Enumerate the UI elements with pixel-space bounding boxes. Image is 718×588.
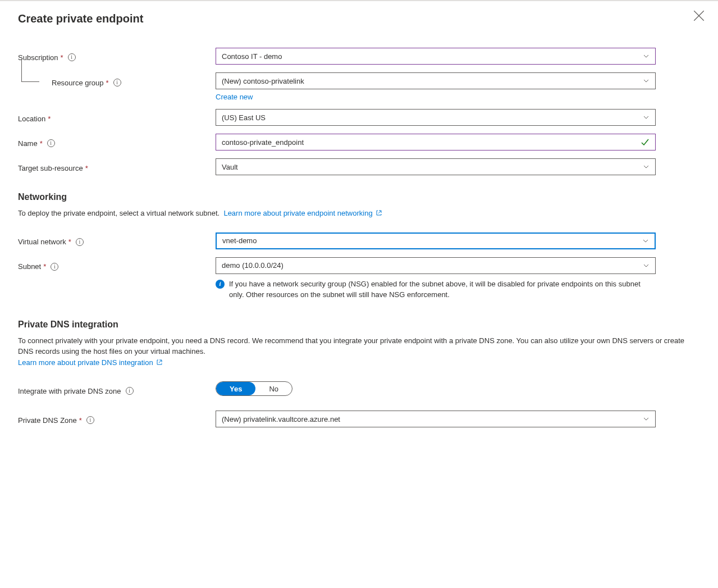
subscription-label: Subscription * i — [18, 48, 216, 65]
subnet-select[interactable]: demo (10.0.0.0/24) — [216, 257, 656, 274]
close-icon — [693, 10, 705, 21]
info-icon[interactable]: i — [126, 387, 134, 395]
page-title: Create private endpoint — [18, 12, 700, 25]
dns-desc: To connect privately with your private e… — [18, 335, 700, 368]
chevron-down-icon — [643, 53, 650, 60]
chevron-down-icon — [643, 262, 650, 269]
subnet-label: Subnet * i — [18, 257, 216, 274]
networking-heading: Networking — [18, 192, 700, 202]
virtual-network-select[interactable]: vnet-demo — [216, 233, 656, 249]
name-input[interactable]: contoso-private_endpoint — [216, 134, 656, 151]
nsg-info: i If you have a network security group (… — [216, 279, 656, 300]
integrate-dns-toggle: Yes No — [216, 381, 292, 396]
private-dns-zone-select[interactable]: (New) privatelink.vaultcore.azure.net — [216, 411, 656, 427]
resource-group-label: Resource group * i — [18, 72, 216, 90]
chevron-down-icon — [643, 114, 650, 121]
info-icon[interactable]: i — [51, 263, 58, 271]
svg-line-2 — [378, 211, 381, 213]
info-icon[interactable]: i — [76, 238, 84, 246]
chevron-down-icon — [642, 238, 649, 244]
info-circle-icon: i — [216, 280, 225, 289]
info-icon[interactable]: i — [113, 79, 121, 86]
integrate-dns-label: Integrate with private DNS zone i — [18, 381, 216, 398]
chevron-down-icon — [643, 78, 650, 84]
resource-group-select[interactable]: (New) contoso-privatelink — [216, 72, 656, 89]
check-icon — [641, 138, 650, 147]
svg-line-3 — [159, 360, 162, 363]
chevron-down-icon — [643, 416, 650, 422]
location-label: Location * — [18, 109, 216, 126]
dns-learn-more-link[interactable]: Learn more about private DNS integration — [18, 358, 163, 367]
info-icon[interactable]: i — [68, 53, 76, 61]
external-link-icon — [156, 359, 163, 366]
target-sub-resource-label: Target sub-resource * — [18, 158, 216, 175]
private-dns-zone-label: Private DNS Zone * i — [18, 411, 216, 427]
integrate-dns-yes[interactable]: Yes — [216, 382, 255, 395]
create-new-link[interactable]: Create new — [216, 93, 253, 101]
info-icon[interactable]: i — [86, 416, 94, 424]
subscription-select[interactable]: Contoso IT - demo — [216, 48, 656, 65]
location-select[interactable]: (US) East US — [216, 109, 656, 126]
virtual-network-label: Virtual network * i — [18, 233, 216, 249]
networking-desc: To deploy the private endpoint, select a… — [18, 208, 700, 219]
name-label: Name * i — [18, 134, 216, 151]
external-link-icon — [376, 209, 382, 216]
close-button[interactable] — [693, 10, 705, 21]
networking-learn-more-link[interactable]: Learn more about private endpoint networ… — [223, 209, 382, 217]
target-sub-resource-select[interactable]: Vault — [216, 158, 656, 175]
integrate-dns-no[interactable]: No — [255, 382, 292, 395]
chevron-down-icon — [643, 163, 650, 170]
info-icon[interactable]: i — [47, 139, 55, 147]
dns-heading: Private DNS integration — [18, 320, 700, 330]
